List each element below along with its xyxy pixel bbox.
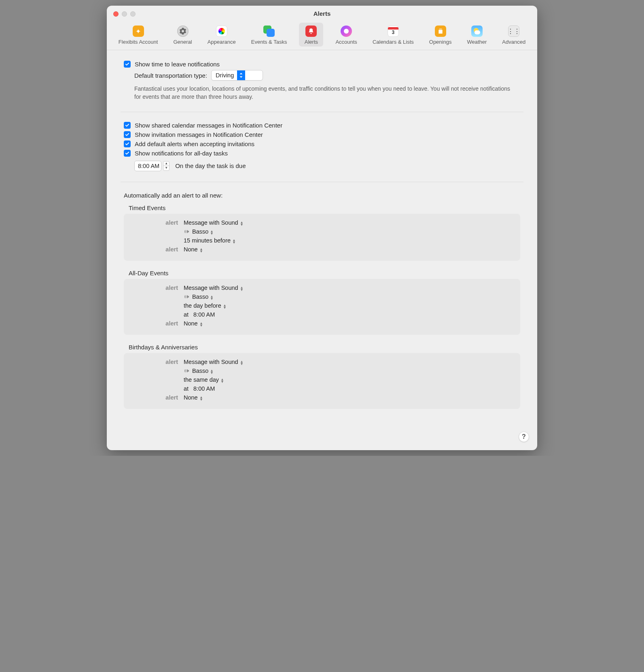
chevron-updown-icon: ▴▾ — [221, 377, 223, 382]
tab-alerts[interactable]: Alerts — [299, 23, 323, 47]
chevron-updown-icon: ▴▾ — [211, 294, 213, 299]
tab-openings[interactable]: Openings — [426, 23, 455, 47]
alert-value-select[interactable]: Message with Sound▴▾ — [184, 359, 243, 365]
appearance-icon — [216, 26, 227, 37]
alert-value-text: None — [184, 320, 198, 327]
alert-value-select[interactable]: None▴▾ — [184, 320, 202, 327]
alert-row-label: alert — [131, 246, 184, 253]
tab-label: Weather — [467, 39, 487, 45]
alert-value-select[interactable]: Message with Sound▴▾ — [184, 285, 243, 291]
tab-general[interactable]: General — [170, 23, 195, 47]
time-value: 8:00 AM — [138, 163, 159, 169]
tab-label: Advanced — [502, 39, 525, 45]
tab-label: Events & Tasks — [251, 39, 287, 45]
auto-alerts-title: Automatically add an alert to all new: — [124, 192, 520, 199]
chevron-updown-icon: ▴▾ — [241, 220, 243, 225]
add-default-alerts-checkbox[interactable] — [124, 140, 131, 147]
checkbox-label: Show time to leave notifications — [135, 61, 220, 68]
tab-label: Flexibits Account — [119, 39, 158, 45]
chevron-updown-icon: ▴▾ — [211, 229, 213, 234]
alert-value-text: Message with Sound — [184, 359, 238, 365]
chevron-updown-icon: ▴▾ — [233, 238, 235, 243]
tab-advanced[interactable]: ⋮⋮ Advanced — [499, 23, 529, 47]
zoom-window-button[interactable] — [130, 11, 136, 17]
events-tasks-icon — [263, 26, 275, 37]
alert-value-select[interactable]: Message with Sound▴▾ — [184, 219, 243, 226]
alert-value-text: 15 minutes before — [184, 237, 231, 244]
alert-value-select[interactable]: the day before▴▾ — [184, 302, 226, 309]
alert-row: alertMessage with Sound▴▾ — [131, 359, 513, 365]
tab-calendars-lists[interactable]: 3 Calendars & Lists — [369, 23, 417, 47]
preferences-window: Alerts ✦ Flexibits Account General Appea… — [107, 6, 537, 450]
time-stepper[interactable]: ▲ ▼ — [163, 161, 169, 171]
bell-icon — [305, 26, 317, 37]
alert-value-select[interactable]: 15 minutes before▴▾ — [184, 237, 235, 244]
alert-value-select[interactable]: 🕪Basso▴▾ — [184, 293, 213, 300]
tab-label: Accounts — [335, 39, 357, 45]
window-title: Alerts — [314, 10, 331, 17]
alert-row: 🕪Basso▴▾ — [131, 368, 513, 374]
accounts-icon — [341, 26, 352, 37]
chevron-updown-icon: ▴▾ — [200, 321, 202, 326]
alert-value-text: 8:00 AM — [193, 385, 215, 392]
alert-group-card: alertMessage with Sound▴▾🕪Basso▴▾the day… — [124, 279, 520, 335]
close-window-button[interactable] — [113, 11, 119, 17]
tab-accounts[interactable]: Accounts — [332, 23, 360, 47]
alert-value-select[interactable]: 🕪Basso▴▾ — [184, 368, 213, 374]
show-shared-messages-checkbox[interactable] — [124, 122, 131, 129]
alert-row-label: alert — [131, 394, 184, 401]
alert-value-select[interactable]: None▴▾ — [184, 394, 202, 401]
alert-time-value: at8:00 AM — [184, 385, 215, 392]
tab-flexibits-account[interactable]: ✦ Flexibits Account — [115, 23, 161, 47]
tab-appearance[interactable]: Appearance — [204, 23, 239, 47]
alert-row: at8:00 AM — [131, 385, 513, 392]
tab-events-tasks[interactable]: Events & Tasks — [248, 23, 290, 47]
alert-value-select[interactable]: None▴▾ — [184, 246, 202, 253]
sound-icon: 🕪 — [184, 293, 189, 300]
default-transport-select[interactable]: Driving — [211, 70, 263, 81]
default-transport-row: Default transportation type: Driving — [134, 70, 520, 81]
alert-row: 🕪Basso▴▾ — [131, 293, 513, 300]
calendar-icon: 3 — [388, 26, 399, 37]
alert-value-text: None — [184, 246, 198, 253]
tab-label: Appearance — [208, 39, 236, 45]
chevron-updown-icon: ▴▾ — [200, 247, 202, 252]
chevron-updown-icon: ▴▾ — [241, 285, 243, 290]
minimize-window-button[interactable] — [122, 11, 127, 17]
alert-value-text: the day before — [184, 302, 221, 309]
show-allday-task-notifications-checkbox[interactable] — [124, 150, 131, 157]
help-label: ? — [522, 433, 526, 440]
alert-group-title: Birthdays & Anniversaries — [129, 344, 520, 351]
alert-value-select[interactable]: 🕪Basso▴▾ — [184, 228, 213, 235]
alert-value-text: Message with Sound — [184, 285, 238, 291]
alert-group-card: alertMessage with Sound▴▾🕪Basso▴▾15 minu… — [124, 214, 520, 261]
show-invitation-messages-checkbox[interactable] — [124, 131, 131, 138]
chevron-down-icon: ▼ — [163, 166, 169, 170]
chevron-updown-icon: ▴▾ — [211, 368, 213, 373]
show-invitation-messages-row: Show invitation messages in Notification… — [124, 131, 520, 138]
alert-row: alertNone▴▾ — [131, 394, 513, 401]
titlebar: Alerts — [107, 6, 537, 21]
gear-icon — [177, 26, 189, 37]
alert-row: 15 minutes before▴▾ — [131, 237, 513, 244]
alert-row: the same day▴▾ — [131, 376, 513, 383]
alert-value-text: 8:00 AM — [193, 311, 215, 318]
alert-row: 🕪Basso▴▾ — [131, 228, 513, 235]
alert-row: at8:00 AM — [131, 311, 513, 318]
alert-time-prefix: at — [184, 311, 189, 318]
chevron-updown-icon: ▴▾ — [241, 359, 243, 364]
alert-row-label: alert — [131, 219, 184, 226]
alert-value-text: Message with Sound — [184, 219, 238, 226]
alert-row: alertMessage with Sound▴▾ — [131, 285, 513, 291]
help-button[interactable]: ? — [519, 432, 529, 442]
alert-value-select[interactable]: the same day▴▾ — [184, 376, 223, 383]
field-label: Default transportation type: — [134, 72, 207, 79]
show-time-to-leave-checkbox[interactable] — [124, 61, 131, 68]
preferences-toolbar: ✦ Flexibits Account General Appearance E… — [107, 21, 537, 50]
alert-row-label: alert — [131, 320, 184, 327]
tab-weather[interactable]: Weather — [464, 23, 490, 47]
chevron-updown-icon — [237, 70, 245, 80]
sound-icon: 🕪 — [184, 228, 189, 234]
allday-task-time-field[interactable]: 8:00 AM — [134, 161, 161, 171]
chevron-updown-icon: ▴▾ — [200, 395, 202, 400]
